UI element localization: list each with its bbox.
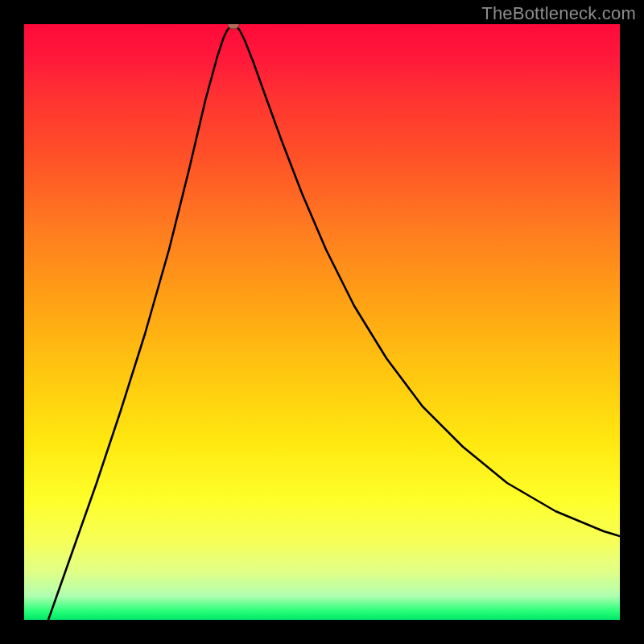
plot-area [24, 24, 620, 620]
minimum-marker [228, 24, 239, 29]
bottleneck-curve [48, 25, 620, 620]
chart-frame: TheBottleneck.com [0, 0, 644, 644]
curve-svg [24, 24, 620, 620]
watermark-text: TheBottleneck.com [481, 3, 636, 24]
